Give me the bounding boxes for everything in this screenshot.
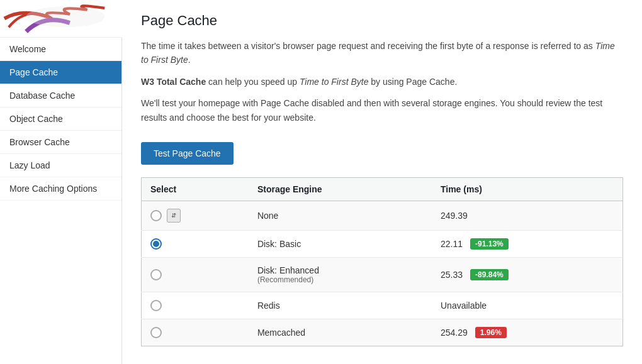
description-3: We'll test your homepage with Page Cache… [141, 96, 623, 124]
time-value: 254.29 [441, 328, 468, 338]
select-cell [142, 292, 249, 319]
sidebar-item-object-cache[interactable]: Object Cache [0, 108, 121, 131]
engine-cell: Redis [249, 292, 432, 319]
page-title: Page Cache [141, 13, 623, 29]
time-cell: 249.39 [432, 201, 623, 230]
select-cell [142, 319, 249, 346]
sidebar-item-database-cache[interactable]: Database Cache [0, 84, 121, 108]
col-header-select: Select [142, 177, 249, 201]
select-cell: ⇵ [142, 201, 249, 230]
select-cell [142, 230, 249, 257]
sidebar-item-page-cache[interactable]: Page Cache [0, 61, 121, 84]
time-cell: 25.33-89.84% [432, 257, 623, 292]
test-page-cache-button[interactable]: Test Page Cache [141, 142, 234, 165]
table-row: Memcached254.291.96% [142, 319, 623, 346]
italic-1: Time to First Byte [141, 41, 615, 65]
radio-button[interactable] [150, 269, 162, 280]
performance-badge: 1.96% [475, 327, 507, 338]
time-value: 249.39 [441, 211, 468, 221]
logo-icon [0, 0, 122, 37]
table-row: Disk: Basic22.11-91.13% [142, 230, 623, 257]
radio-button[interactable] [150, 238, 162, 250]
table-row: Disk: Enhanced(Recommended)25.33-89.84% [142, 257, 623, 292]
performance-badge: -89.84% [470, 269, 509, 280]
sort-icon[interactable]: ⇵ [167, 209, 181, 223]
table-header-row: Select Storage Engine Time (ms) [142, 177, 623, 201]
sidebar-item-welcome[interactable]: Welcome [0, 38, 121, 61]
radio-button[interactable] [150, 210, 162, 221]
sidebar-item-browser-cache[interactable]: Browser Cache [0, 131, 121, 154]
radio-button[interactable] [150, 300, 162, 311]
engine-cell: Disk: Basic [249, 230, 432, 257]
cache-results-table: Select Storage Engine Time (ms) ⇵None249… [141, 177, 623, 346]
time-cell: 254.291.96% [432, 319, 623, 346]
engine-sub: (Recommended) [257, 275, 423, 284]
sidebar-item-lazy-load[interactable]: Lazy Load [0, 154, 121, 177]
main-content: Page Cache The time it takes between a v… [122, 0, 642, 364]
logo-area [0, 0, 122, 38]
description-1: The time it takes between a visitor's br… [141, 39, 623, 67]
radio-cell [150, 300, 240, 311]
col-header-time: Time (ms) [432, 177, 623, 201]
radio-cell: ⇵ [150, 209, 240, 223]
italic-2: Time to First Byte [300, 77, 369, 87]
table-row: ⇵None249.39 [142, 201, 623, 230]
time-cell: 22.11-91.13% [432, 230, 623, 257]
time-value: Unavailable [441, 301, 487, 311]
radio-cell [150, 269, 240, 280]
brand-name: W3 Total Cache [141, 77, 206, 87]
radio-cell [150, 327, 240, 338]
table-row: RedisUnavailable [142, 292, 623, 319]
col-header-engine: Storage Engine [249, 177, 432, 201]
description-2: W3 Total Cache can help you speed up Tim… [141, 75, 623, 89]
engine-cell: Memcached [249, 319, 432, 346]
engine-cell: Disk: Enhanced(Recommended) [249, 257, 432, 292]
sidebar-nav: Welcome Page Cache Database Cache Object… [0, 38, 121, 201]
select-cell [142, 257, 249, 292]
time-value: 22.11 [441, 239, 463, 249]
performance-badge: -91.13% [470, 238, 509, 250]
sidebar-item-more-caching[interactable]: More Caching Options [0, 177, 121, 201]
radio-button[interactable] [150, 327, 162, 338]
time-value: 25.33 [441, 270, 463, 280]
engine-cell: None [249, 201, 432, 230]
radio-cell [150, 238, 240, 250]
sidebar: Welcome Page Cache Database Cache Object… [0, 0, 122, 364]
svg-point-0 [26, 6, 105, 27]
time-cell: Unavailable [432, 292, 623, 319]
